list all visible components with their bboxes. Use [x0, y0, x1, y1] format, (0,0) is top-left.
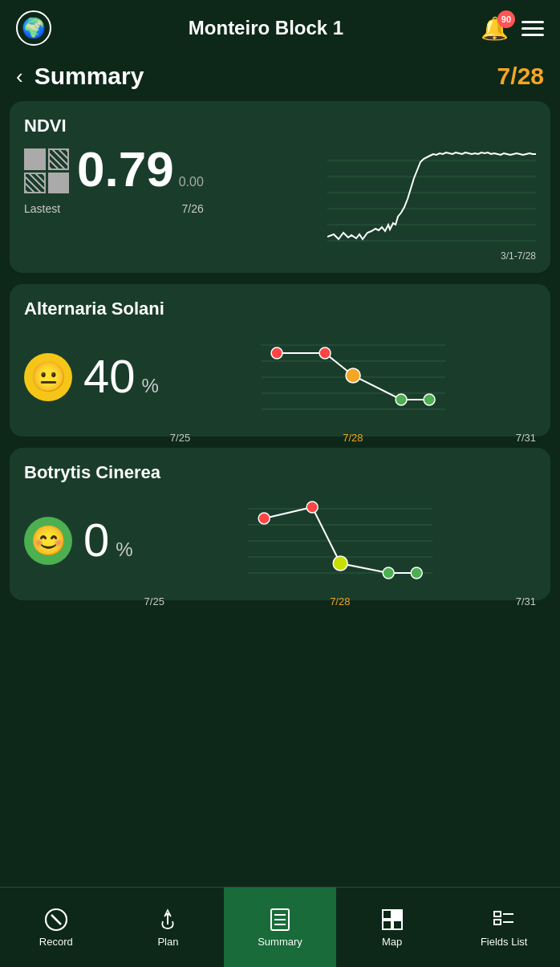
record-icon	[43, 907, 69, 932]
ndvi-field-icon	[24, 148, 69, 193]
alternaria-unit: %	[142, 375, 159, 397]
svg-point-12	[319, 347, 331, 359]
nav-plan-label: Plan	[157, 936, 178, 948]
svg-point-13	[346, 368, 360, 383]
svg-point-25	[411, 567, 422, 579]
svg-rect-36	[393, 920, 402, 929]
botrytis-chart-wrap: 7/25 7/28 7/31	[144, 493, 536, 589]
notification-badge: 90	[497, 10, 515, 28]
summary-icon	[267, 907, 293, 932]
page-date: 7/28	[497, 63, 544, 90]
nav-summary-label: Summary	[258, 936, 302, 948]
bot-date-left: 7/25	[144, 595, 164, 607]
svg-point-24	[383, 567, 394, 579]
ndvi-range: 3/1-7/28	[501, 250, 536, 262]
svg-rect-37	[494, 912, 501, 916]
bot-date-mid: 7/28	[330, 595, 350, 607]
svg-point-11	[271, 347, 282, 359]
ndvi-latest-label: Lastest	[24, 202, 60, 215]
bottom-navigation: Record Plan Summary Map	[0, 887, 560, 967]
svg-point-14	[396, 394, 407, 405]
ndvi-chart	[327, 144, 536, 249]
header-actions: 🔔 90	[481, 15, 544, 42]
notification-bell[interactable]: 🔔 90	[481, 15, 509, 42]
nav-summary[interactable]: Summary	[224, 888, 336, 967]
botrytis-chart-footer: 7/25 7/28 7/31	[144, 595, 536, 607]
nav-map-label: Map	[382, 936, 402, 948]
svg-point-15	[424, 394, 435, 405]
page-title-bar: ‹ Summary 7/28	[0, 56, 560, 101]
globe-icon[interactable]: 🌍	[16, 10, 51, 46]
svg-point-22	[306, 502, 318, 513]
nav-plan[interactable]: Plan	[112, 888, 225, 967]
svg-point-23	[333, 556, 347, 571]
alternaria-face-icon: 😐	[24, 353, 72, 401]
hamburger-menu[interactable]	[521, 21, 544, 36]
svg-rect-39	[494, 920, 501, 924]
ndvi-ref: 0.00	[179, 175, 204, 189]
svg-point-21	[258, 513, 270, 524]
nav-record[interactable]: Record	[0, 888, 112, 967]
plan-icon	[155, 907, 181, 932]
alternaria-chart-footer: 7/25 7/28 7/31	[170, 432, 536, 444]
app-header: 🌍 Monteiro Block 1 🔔 90	[0, 0, 560, 56]
alt-date-mid: 7/28	[343, 432, 363, 444]
alternaria-card: Alternaria Solani 😐 40 %	[10, 284, 550, 437]
svg-rect-34	[393, 910, 402, 919]
alternaria-chart	[170, 329, 536, 425]
bot-date-right: 7/31	[516, 595, 536, 607]
header-title: Monteiro Block 1	[189, 17, 343, 39]
alternaria-chart-wrap: 7/25 7/28 7/31	[170, 329, 536, 425]
cards-area: NDVI 0.79 0.00 Lastest	[0, 101, 560, 850]
svg-rect-35	[383, 920, 392, 929]
back-button[interactable]: ‹	[16, 64, 23, 89]
nav-map[interactable]: Map	[336, 888, 448, 967]
botrytis-chart	[144, 493, 536, 589]
botrytis-card: Botrytis Cinerea 😊 0 %	[10, 448, 550, 600]
botrytis-face-icon: 😊	[24, 517, 72, 565]
ndvi-card: NDVI 0.79 0.00 Lastest	[10, 101, 550, 273]
svg-rect-33	[383, 910, 392, 919]
svg-line-27	[51, 915, 61, 924]
ndvi-title: NDVI	[24, 116, 536, 136]
ndvi-value: 0.79	[77, 144, 174, 194]
alt-date-left: 7/25	[170, 432, 190, 444]
alternaria-value: 40	[83, 353, 136, 400]
page-title: Summary	[34, 63, 497, 90]
nav-fields[interactable]: Fields List	[448, 888, 560, 967]
nav-record-label: Record	[39, 936, 73, 948]
nav-fields-label: Fields List	[481, 936, 528, 948]
alt-date-right: 7/31	[516, 432, 536, 444]
botrytis-value: 0	[83, 517, 109, 563]
botrytis-unit: %	[116, 538, 132, 561]
fields-list-icon	[491, 907, 517, 932]
ndvi-footer: Lastest 7/26	[24, 202, 204, 215]
botrytis-title: Botrytis Cinerea	[24, 462, 536, 483]
alternaria-title: Alternaria Solani	[24, 299, 536, 319]
ndvi-date: 7/26	[182, 202, 204, 215]
map-icon	[379, 907, 405, 932]
